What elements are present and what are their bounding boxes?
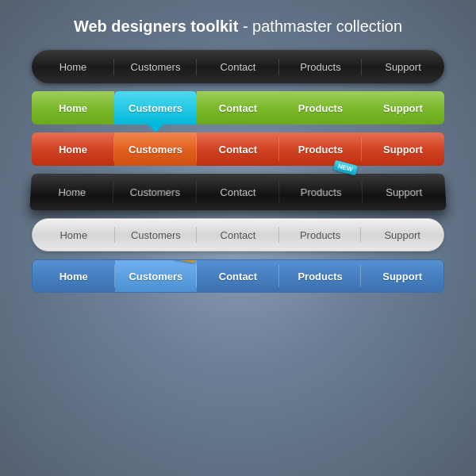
navbar-nav4: HomeCustomersContactProductsNEWSupport (29, 174, 447, 210)
nav-nav6-item-home[interactable]: Home (33, 260, 115, 292)
navbar-nav6: HomeCustomersNEWContactProductsSupport (32, 259, 444, 293)
navbar-nav2: HomeCustomersContactProductsSupport (32, 91, 444, 125)
new-badge: NEW (172, 259, 196, 263)
nav-nav6-item-customers[interactable]: CustomersNEW (115, 260, 198, 292)
nav-nav3-item-products[interactable]: Products (279, 132, 362, 166)
nav-nav6-item-products[interactable]: Products (279, 260, 362, 292)
nav-nav6-item-support[interactable]: Support (361, 260, 443, 292)
navbar-nav3: HomeCustomersContactProductsSupport (32, 132, 444, 166)
nav-nav4-item-customers[interactable]: Customers (113, 174, 197, 210)
nav-nav1-item-products[interactable]: Products (279, 50, 362, 83)
title-bold: Web designers toolkit (74, 17, 238, 35)
nav-nav2-item-customers[interactable]: Customers (114, 91, 197, 125)
nav-nav3-item-home[interactable]: Home (32, 132, 114, 166)
nav-nav5-item-products[interactable]: Products (279, 219, 362, 251)
nav-nav1-item-support[interactable]: Support (362, 50, 444, 83)
nav-nav3-item-contact[interactable]: Contact (197, 132, 279, 166)
nav-nav5-item-support[interactable]: Support (361, 219, 443, 251)
nav-nav2-item-support[interactable]: Support (362, 91, 444, 125)
navbars-container: HomeCustomersContactProductsSupportHomeC… (32, 50, 444, 293)
nav-nav2-item-products[interactable]: Products (279, 91, 362, 125)
nav-nav1-item-contact[interactable]: Contact (197, 50, 279, 83)
nav-nav3-item-support[interactable]: Support (362, 132, 444, 166)
nav-nav2-item-home[interactable]: Home (32, 91, 114, 125)
nav-nav2-item-contact[interactable]: Contact (197, 91, 279, 125)
nav-nav4-item-home[interactable]: Home (29, 174, 114, 210)
nav-nav4-item-contact[interactable]: Contact (196, 174, 279, 210)
nav-nav5-item-contact[interactable]: Contact (197, 219, 279, 251)
nav-nav5-item-home[interactable]: Home (33, 219, 115, 251)
nav-nav1-item-home[interactable]: Home (32, 50, 114, 83)
nav-nav4-item-products[interactable]: ProductsNEW (279, 174, 363, 210)
page-title: Web designers toolkit - pathmaster colle… (0, 17, 476, 36)
navbar-nav1: HomeCustomersContactProductsSupport (32, 50, 444, 83)
nav-nav3-item-customers[interactable]: Customers (114, 132, 197, 166)
title-rest: - pathmaster collection (238, 17, 402, 35)
navbar-nav5: HomeCustomersContactProductsSupport (32, 218, 444, 251)
nav-nav5-item-customers[interactable]: Customers (115, 219, 198, 251)
nav-nav1-item-customers[interactable]: Customers (114, 50, 197, 83)
nav-nav4-item-support[interactable]: Support (362, 174, 447, 210)
nav-nav6-item-contact[interactable]: Contact (197, 260, 279, 292)
